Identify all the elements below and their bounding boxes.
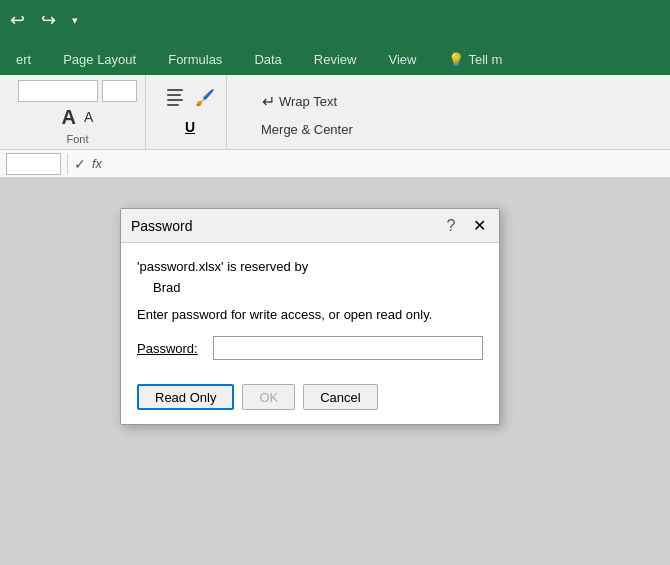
align-left-icon[interactable] bbox=[162, 84, 188, 110]
dialog-title-bar: Password ? ✕ bbox=[121, 209, 499, 243]
dialog-help-button[interactable]: ? bbox=[441, 216, 461, 236]
alignment-controls: 🖌️ bbox=[162, 84, 218, 110]
wrap-text-label: Wrap Text bbox=[279, 94, 337, 109]
read-only-button[interactable]: Read Only bbox=[137, 384, 234, 410]
dialog-message-line1: 'password.xlsx' is reserved by bbox=[137, 259, 483, 274]
font-controls-row2: A A bbox=[62, 106, 94, 129]
merge-center-button[interactable]: Merge & Center bbox=[255, 118, 359, 141]
tab-data[interactable]: Data bbox=[238, 46, 297, 75]
merge-center-control: Merge & Center bbox=[255, 120, 359, 138]
wrap-text-icon: ↵ bbox=[262, 92, 275, 111]
tab-tell-me[interactable]: 💡 Tell m bbox=[432, 46, 518, 75]
quick-access-dropdown-icon[interactable]: ▾ bbox=[72, 14, 78, 27]
font-name-input[interactable] bbox=[18, 80, 98, 102]
format-painter-icon[interactable]: 🖌️ bbox=[192, 84, 218, 110]
underline-control: U bbox=[177, 114, 203, 140]
dialog-password-field: Password: bbox=[137, 336, 483, 360]
tab-review[interactable]: Review bbox=[298, 46, 373, 75]
font-name-section: A A Font bbox=[10, 75, 146, 149]
font-section-label: Font bbox=[66, 133, 88, 145]
undo-icon[interactable]: ↩ bbox=[10, 9, 25, 31]
cancel-button[interactable]: Cancel bbox=[303, 384, 377, 410]
password-label-underline: P bbox=[137, 341, 146, 356]
dialog-message-line2: Brad bbox=[153, 280, 483, 295]
password-dialog: Password ? ✕ 'password.xlsx' is reserved… bbox=[120, 208, 500, 425]
ok-button[interactable]: OK bbox=[242, 384, 295, 410]
lightbulb-icon: 💡 bbox=[448, 52, 464, 67]
password-input[interactable] bbox=[213, 336, 483, 360]
ribbon-tabs: ert Page Layout Formulas Data Review Vie… bbox=[0, 40, 670, 75]
title-bar-icons: ↩ ↪ ▾ bbox=[10, 9, 78, 31]
dialog-body: 'password.xlsx' is reserved by Brad Ente… bbox=[121, 243, 499, 384]
tab-page-layout[interactable]: Page Layout bbox=[47, 46, 152, 75]
formula-fx-label: fx bbox=[92, 156, 102, 171]
tab-insert[interactable]: ert bbox=[0, 46, 47, 75]
modal-overlay: Password ? ✕ 'password.xlsx' is reserved… bbox=[0, 178, 670, 565]
formula-bar: ✓ fx bbox=[0, 150, 670, 178]
ribbon-toolbar: A A Font 🖌️ bbox=[0, 75, 670, 150]
tab-view[interactable]: View bbox=[372, 46, 432, 75]
wrap-merge-section: ↵ Wrap Text Merge & Center bbox=[235, 75, 660, 149]
dialog-password-label: Password: bbox=[137, 341, 205, 356]
dialog-title-icons: ? ✕ bbox=[441, 216, 489, 236]
cell-reference-input[interactable] bbox=[6, 153, 61, 175]
font-controls-row1 bbox=[18, 80, 137, 102]
underline-button[interactable]: U bbox=[177, 114, 203, 140]
formula-divider bbox=[67, 154, 68, 174]
tab-formulas[interactable]: Formulas bbox=[152, 46, 238, 75]
dialog-instruction: Enter password for write access, or open… bbox=[137, 307, 483, 322]
font-shrink-icon[interactable]: A bbox=[84, 109, 93, 125]
wrap-text-button[interactable]: ↵ Wrap Text bbox=[255, 87, 344, 116]
title-bar: ↩ ↪ ▾ bbox=[0, 0, 670, 40]
formula-confirm-icon[interactable]: ✓ bbox=[74, 156, 86, 172]
sheet-area: Password ? ✕ 'password.xlsx' is reserved… bbox=[0, 178, 670, 565]
dialog-buttons: Read Only OK Cancel bbox=[121, 384, 499, 424]
dialog-title: Password bbox=[131, 218, 192, 234]
redo-icon[interactable]: ↪ bbox=[41, 9, 56, 31]
alignment-section: 🖌️ U bbox=[154, 75, 227, 149]
font-size-input[interactable] bbox=[102, 80, 137, 102]
excel-window: ↩ ↪ ▾ ert Page Layout Formulas Data Revi… bbox=[0, 0, 670, 565]
dialog-close-button[interactable]: ✕ bbox=[469, 216, 489, 236]
font-grow-icon[interactable]: A bbox=[62, 106, 76, 129]
